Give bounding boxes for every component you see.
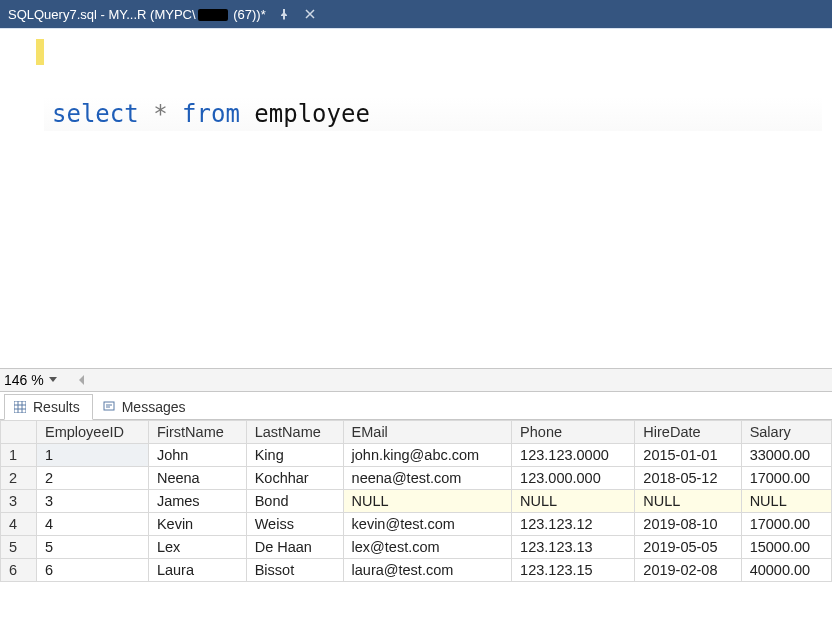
scroll-left-icon[interactable] <box>74 372 90 388</box>
cell[interactable]: 2018-05-12 <box>635 467 741 490</box>
row-number[interactable]: 1 <box>1 444 37 467</box>
tab-messages[interactable]: Messages <box>93 394 199 419</box>
column-header[interactable]: LastName <box>246 421 343 444</box>
cell[interactable]: 2015-01-01 <box>635 444 741 467</box>
cell[interactable]: lex@test.com <box>343 536 512 559</box>
grid-body: 11JohnKingjohn.king@abc.com123.123.00002… <box>1 444 832 582</box>
results-grid: EmployeeIDFirstNameLastNameEMailPhoneHir… <box>0 420 832 582</box>
cell[interactable]: John <box>148 444 246 467</box>
column-header[interactable]: Salary <box>741 421 831 444</box>
column-header[interactable]: FirstName <box>148 421 246 444</box>
pin-icon[interactable] <box>276 6 292 22</box>
document-tabbar: SQLQuery7.sql - MY...R (MYPC\ (67))* <box>0 0 832 28</box>
table-row[interactable]: 11JohnKingjohn.king@abc.com123.123.00002… <box>1 444 832 467</box>
cell[interactable]: 17000.00 <box>741 513 831 536</box>
table-row[interactable]: 33JamesBondNULLNULLNULLNULL <box>1 490 832 513</box>
close-icon[interactable] <box>302 6 318 22</box>
cell[interactable]: john.king@abc.com <box>343 444 512 467</box>
messages-icon <box>102 400 116 414</box>
cell[interactable]: Bond <box>246 490 343 513</box>
cell[interactable]: NULL <box>512 490 635 513</box>
grid-icon <box>13 400 27 414</box>
tab-results[interactable]: Results <box>4 394 93 420</box>
cell[interactable]: Laura <box>148 559 246 582</box>
cell[interactable]: 1 <box>37 444 149 467</box>
table-row[interactable]: 66LauraBissotlaura@test.com123.123.15201… <box>1 559 832 582</box>
cell[interactable]: 6 <box>37 559 149 582</box>
tab-messages-label: Messages <box>122 399 186 415</box>
row-number[interactable]: 2 <box>1 467 37 490</box>
cell[interactable]: 2019-02-08 <box>635 559 741 582</box>
cell[interactable]: 2019-05-05 <box>635 536 741 559</box>
table-row[interactable]: 22NeenaKochharneena@test.com123.000.0002… <box>1 467 832 490</box>
identifier-employee: employee <box>254 100 370 128</box>
column-header[interactable]: EMail <box>343 421 512 444</box>
cell[interactable]: 2 <box>37 467 149 490</box>
cell[interactable]: kevin@test.com <box>343 513 512 536</box>
results-tabbar: Results Messages <box>0 392 832 420</box>
svg-rect-1 <box>104 402 114 410</box>
chevron-down-icon[interactable] <box>46 373 60 387</box>
cell[interactable]: 123.123.12 <box>512 513 635 536</box>
cell[interactable]: Bissot <box>246 559 343 582</box>
cell[interactable]: 40000.00 <box>741 559 831 582</box>
cell[interactable]: 123.123.15 <box>512 559 635 582</box>
cell[interactable]: 15000.00 <box>741 536 831 559</box>
cell[interactable]: NULL <box>343 490 512 513</box>
results-grid-wrap[interactable]: EmployeeIDFirstNameLastNameEMailPhoneHir… <box>0 420 832 643</box>
cell[interactable]: 4 <box>37 513 149 536</box>
editor-pane: select * from employee 146 % <box>0 28 832 392</box>
star-token: * <box>153 100 167 128</box>
cell[interactable]: King <box>246 444 343 467</box>
row-number[interactable]: 4 <box>1 513 37 536</box>
cell[interactable]: 2019-08-10 <box>635 513 741 536</box>
column-header[interactable]: Phone <box>512 421 635 444</box>
sql-editor[interactable]: select * from employee <box>0 28 832 368</box>
row-number[interactable]: 6 <box>1 559 37 582</box>
editor-gutter <box>0 29 44 368</box>
corner-cell[interactable] <box>1 421 37 444</box>
cell[interactable]: De Haan <box>246 536 343 559</box>
cell[interactable]: 123.123.13 <box>512 536 635 559</box>
redacted-username <box>198 9 228 21</box>
header-row: EmployeeIDFirstNameLastNameEMailPhoneHir… <box>1 421 832 444</box>
row-number[interactable]: 5 <box>1 536 37 559</box>
cell[interactable]: NULL <box>741 490 831 513</box>
table-row[interactable]: 44KevinWeisskevin@test.com123.123.122019… <box>1 513 832 536</box>
horizontal-scrollbar[interactable] <box>74 372 832 388</box>
keyword-from: from <box>182 100 240 128</box>
cell[interactable]: neena@test.com <box>343 467 512 490</box>
cell[interactable]: Lex <box>148 536 246 559</box>
column-header[interactable]: EmployeeID <box>37 421 149 444</box>
cell[interactable]: Weiss <box>246 513 343 536</box>
cell[interactable]: 123.123.0000 <box>512 444 635 467</box>
zoom-value: 146 % <box>4 372 44 388</box>
code-area[interactable]: select * from employee <box>44 29 832 368</box>
column-header[interactable]: HireDate <box>635 421 741 444</box>
code-line: select * from employee <box>44 97 822 131</box>
cell[interactable]: Kevin <box>148 513 246 536</box>
table-row[interactable]: 55LexDe Haanlex@test.com123.123.132019-0… <box>1 536 832 559</box>
keyword-select: select <box>52 100 139 128</box>
cell[interactable]: 3 <box>37 490 149 513</box>
tab-results-label: Results <box>33 399 80 415</box>
cell[interactable]: Kochhar <box>246 467 343 490</box>
cell[interactable]: James <box>148 490 246 513</box>
zoom-dropdown[interactable]: 146 % <box>4 372 60 388</box>
document-tab[interactable]: SQLQuery7.sql - MY...R (MYPC\ (67))* <box>0 0 326 28</box>
cell[interactable]: NULL <box>635 490 741 513</box>
line-change-marker <box>36 39 44 65</box>
zoom-bar: 146 % <box>0 368 832 392</box>
cell[interactable]: laura@test.com <box>343 559 512 582</box>
cell[interactable]: Neena <box>148 467 246 490</box>
cell[interactable]: 33000.00 <box>741 444 831 467</box>
cell[interactable]: 5 <box>37 536 149 559</box>
svg-rect-0 <box>14 401 26 413</box>
document-tab-title: SQLQuery7.sql - MY...R (MYPC\ (67))* <box>8 7 266 22</box>
cell[interactable]: 123.000.000 <box>512 467 635 490</box>
cell[interactable]: 17000.00 <box>741 467 831 490</box>
row-number[interactable]: 3 <box>1 490 37 513</box>
